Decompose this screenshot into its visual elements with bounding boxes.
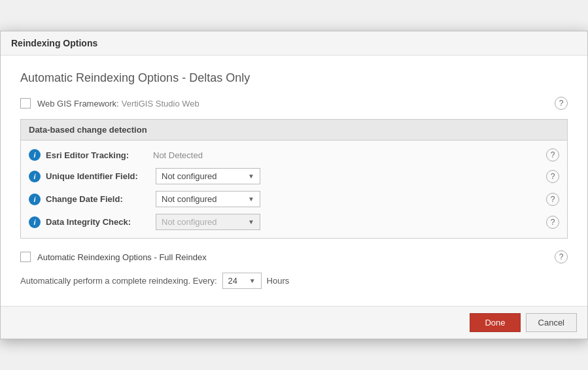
hours-dropdown-arrow: ▼ bbox=[249, 277, 256, 284]
data-integrity-dropdown: Not configured ▼ bbox=[156, 214, 260, 230]
esri-editor-label: Esri Editor Tracking: bbox=[46, 150, 150, 160]
cancel-button[interactable]: Cancel bbox=[526, 313, 577, 332]
dialog-footer: Done Cancel bbox=[1, 306, 587, 339]
dialog-body: Automatic Reindexing Options - Deltas On… bbox=[1, 56, 587, 306]
web-gis-value: VertiGIS Studio Web bbox=[122, 99, 199, 109]
change-date-help-icon[interactable]: ? bbox=[546, 193, 559, 206]
hours-value: 24 bbox=[228, 276, 245, 286]
full-reindex-help-icon[interactable]: ? bbox=[555, 250, 568, 263]
change-date-dropdown[interactable]: Not configured ▼ bbox=[156, 191, 260, 207]
dialog-title-bar: Reindexing Options bbox=[1, 31, 587, 56]
hours-dropdown[interactable]: 24 ▼ bbox=[222, 273, 262, 289]
complete-reindex-prefix: Automatically perform a complete reindex… bbox=[20, 276, 217, 286]
unique-identifier-dropdown-value: Not configured bbox=[162, 171, 244, 181]
web-gis-help-icon[interactable]: ? bbox=[555, 97, 568, 110]
full-reindex-checkbox[interactable] bbox=[20, 252, 31, 262]
dialog-title: Reindexing Options bbox=[11, 38, 577, 48]
web-gis-label: Web GIS Framework: bbox=[37, 99, 119, 109]
web-gis-row: Web GIS Framework: VertiGIS Studio Web ? bbox=[20, 97, 568, 110]
complete-reindex-row: Automatically perform a complete reindex… bbox=[20, 273, 568, 289]
unique-identifier-dropdown-arrow: ▼ bbox=[248, 173, 254, 180]
web-gis-checkbox[interactable] bbox=[20, 98, 31, 109]
data-integrity-label: Data Integrity Check: bbox=[46, 217, 150, 227]
data-integrity-help-icon[interactable]: ? bbox=[546, 216, 559, 229]
unique-identifier-row: i Unique Identifier Field: Not configure… bbox=[29, 168, 559, 184]
detection-box: Data-based change detection i Esri Edito… bbox=[20, 119, 568, 239]
done-button[interactable]: Done bbox=[470, 313, 520, 332]
esri-editor-row: i Esri Editor Tracking: Not Detected ? bbox=[29, 148, 559, 161]
change-date-info-icon: i bbox=[29, 193, 41, 205]
data-integrity-info-icon: i bbox=[29, 216, 41, 228]
section-title: Automatic Reindexing Options - Deltas On… bbox=[20, 71, 568, 85]
esri-editor-value: Not Detected bbox=[153, 150, 203, 160]
unique-identifier-dropdown[interactable]: Not configured ▼ bbox=[156, 168, 260, 184]
full-reindex-row: Automatic Reindexing Options - Full Rein… bbox=[20, 250, 568, 263]
esri-editor-help-icon[interactable]: ? bbox=[546, 148, 559, 161]
data-integrity-dropdown-value: Not configured bbox=[162, 217, 244, 227]
change-date-dropdown-arrow: ▼ bbox=[248, 195, 254, 203]
reindexing-options-dialog: Reindexing Options Automatic Reindexing … bbox=[0, 31, 588, 339]
data-integrity-dropdown-arrow: ▼ bbox=[248, 218, 254, 226]
detection-box-body: i Esri Editor Tracking: Not Detected ? i… bbox=[21, 141, 567, 238]
change-date-label: Change Date Field: bbox=[46, 194, 150, 204]
full-reindex-label: Automatic Reindexing Options - Full Rein… bbox=[37, 252, 207, 262]
change-date-row: i Change Date Field: Not configured ▼ ? bbox=[29, 191, 559, 207]
unique-identifier-label: Unique Identifier Field: bbox=[46, 171, 150, 181]
hours-label: Hours bbox=[267, 276, 290, 286]
unique-identifier-info-icon: i bbox=[29, 171, 41, 182]
detection-box-header: Data-based change detection bbox=[21, 120, 567, 141]
data-integrity-row: i Data Integrity Check: Not configured ▼… bbox=[29, 214, 559, 230]
esri-editor-info-icon: i bbox=[29, 149, 41, 161]
unique-identifier-help-icon[interactable]: ? bbox=[546, 170, 559, 183]
change-date-dropdown-value: Not configured bbox=[162, 194, 244, 204]
